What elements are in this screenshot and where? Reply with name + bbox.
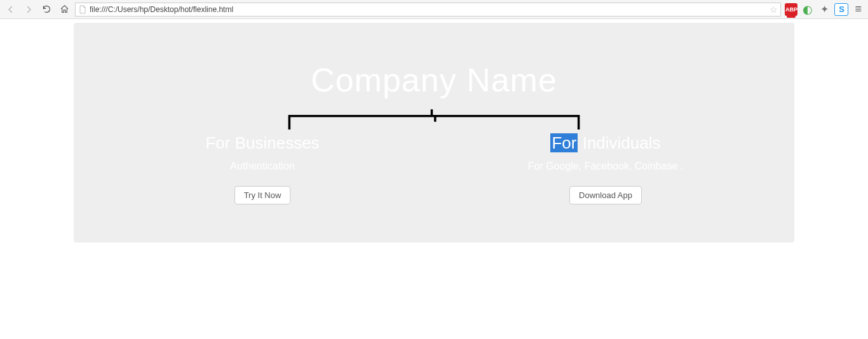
column-individuals: For Individuals For Google, Facebook, Co… (504, 133, 707, 204)
menu-icon[interactable]: ≡ (852, 3, 864, 16)
home-button[interactable] (57, 3, 71, 17)
download-app-button[interactable]: Download App (569, 186, 642, 204)
reload-button[interactable] (39, 3, 53, 17)
columns: For Businesses Authentication Try It Now… (99, 133, 769, 204)
forward-button[interactable] (22, 3, 36, 17)
column-businesses: For Businesses Authentication Try It Now (161, 133, 364, 204)
businesses-sub: Authentication (161, 161, 364, 172)
individuals-heading: For Individuals (504, 133, 707, 153)
individuals-sub: For Google, Facebook, Coinbase . (504, 161, 707, 172)
address-bar[interactable]: file:///C:/Users/hp/Desktop/hot/flexline… (75, 3, 781, 17)
businesses-heading: For Businesses (161, 133, 364, 153)
back-button[interactable] (4, 3, 18, 17)
extension-wand-icon[interactable]: ✦ (818, 3, 831, 16)
try-it-now-button[interactable]: Try It Now (234, 186, 291, 204)
hero-card: Company Name For Businesses Authenticati… (74, 23, 794, 243)
page-icon (78, 5, 87, 14)
bookmark-star-icon[interactable]: ☆ (770, 4, 778, 15)
page-title: Company Name (99, 61, 769, 99)
extension-green-icon[interactable]: ◐ (801, 3, 814, 16)
browser-toolbar: file:///C:/Users/hp/Desktop/hot/flexline… (0, 0, 868, 19)
individuals-heading-highlight: For (550, 133, 578, 152)
page-viewport: Company Name For Businesses Authenticati… (0, 19, 868, 243)
extension-s-icon[interactable]: S (834, 3, 848, 16)
url-text: file:///C:/Users/hp/Desktop/hot/flexline… (90, 5, 767, 14)
bracket-annotation (269, 110, 599, 130)
individuals-heading-rest: Individuals (578, 133, 660, 152)
adblock-icon[interactable]: ABP (785, 3, 797, 16)
